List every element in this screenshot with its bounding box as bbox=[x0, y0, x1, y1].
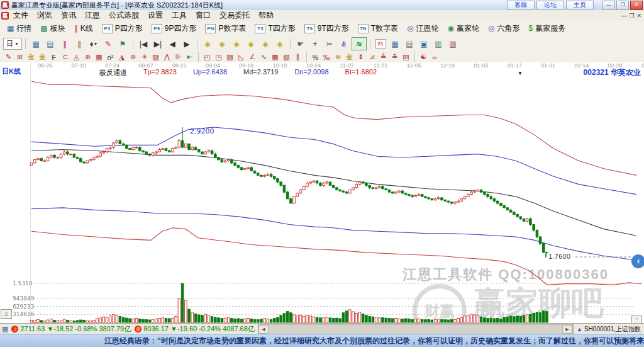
taiji-icon[interactable]: ☯ bbox=[418, 52, 429, 62]
homepage-button[interactable]: 主页 bbox=[566, 1, 594, 9]
p-square-button[interactable]: P3P四方形 bbox=[97, 22, 147, 35]
kline-red-icon[interactable]: ∥ bbox=[58, 38, 72, 50]
save-icon[interactable]: ▣ bbox=[417, 38, 431, 50]
menu-item-文件[interactable]: 文件 bbox=[9, 10, 33, 21]
gann-diamond-3-icon[interactable]: ◈ bbox=[230, 38, 243, 50]
hand-icon[interactable]: ☛ bbox=[294, 38, 308, 50]
menu-item-交易委托[interactable]: 交易委托 bbox=[215, 10, 254, 21]
square-n2-icon[interactable]: n² bbox=[105, 52, 116, 62]
winner-service-button[interactable]: $赢家服务 bbox=[525, 22, 570, 35]
current-index-label[interactable]: ▲ SH000001,上证指数 bbox=[573, 324, 644, 334]
calculator-icon[interactable]: ▦ bbox=[388, 38, 402, 50]
drop-tool-icon[interactable]: ⇟ bbox=[355, 52, 366, 62]
wedge-tool-icon[interactable]: ◺ bbox=[236, 52, 247, 62]
menu-item-浏览[interactable]: 浏览 bbox=[33, 10, 57, 21]
chart-area[interactable]: 江恩工具软件 QQ:100800360 财赢 赢家聊吧 1.5310943849… bbox=[0, 62, 644, 323]
hatch2-tool-icon[interactable]: ▧ bbox=[281, 52, 292, 62]
circle-tool-icon[interactable]: ⊜ bbox=[333, 52, 343, 62]
slash-tool-icon[interactable]: ∥ bbox=[292, 52, 303, 62]
star-tool-icon[interactable]: ✳ bbox=[139, 52, 150, 62]
fork-tool-icon[interactable]: ⋔ bbox=[337, 38, 351, 50]
flag-icon[interactable]: ⚑ bbox=[116, 38, 130, 50]
gann-diamond-2-icon[interactable]: ◈ bbox=[215, 38, 229, 50]
next-bar-icon[interactable]: ▶ bbox=[180, 38, 194, 50]
gold3-tool-icon[interactable]: 金 bbox=[344, 52, 355, 62]
menu-item-江恩[interactable]: 江恩 bbox=[80, 10, 104, 21]
scroll-left-icon[interactable]: ◀ bbox=[258, 325, 269, 334]
gann-diamond-5-icon[interactable]: ◈ bbox=[258, 38, 272, 50]
crosshair-icon[interactable]: + bbox=[308, 38, 322, 50]
notes-icon[interactable]: ▤ bbox=[402, 38, 416, 50]
quotes-button[interactable]: ▦行情 bbox=[3, 22, 36, 35]
fib-tool-icon[interactable]: F bbox=[48, 52, 59, 62]
scroll-track[interactable] bbox=[269, 325, 562, 334]
gold-grid2-icon[interactable]: 金 bbox=[37, 52, 48, 62]
close-button[interactable]: ✕ bbox=[630, 1, 643, 10]
period-day-button[interactable]: 日▼ bbox=[3, 38, 22, 50]
ruler-tool-icon[interactable]: ⊪ bbox=[173, 52, 184, 62]
box-tool-icon[interactable]: ◰ bbox=[202, 52, 213, 62]
last-bar-icon[interactable]: ▶| bbox=[151, 38, 165, 50]
minimize-button[interactable]: — bbox=[602, 1, 615, 10]
wheel-tool-icon[interactable]: ⊛ bbox=[128, 52, 138, 62]
prev-bar-icon[interactable]: ◀ bbox=[165, 38, 179, 50]
line-tool-icon[interactable]: ≋ bbox=[352, 37, 367, 50]
kline-bar-icon[interactable]: ∥ bbox=[72, 38, 86, 50]
p-table-button[interactable]: PNP数字表 bbox=[201, 22, 250, 35]
gann-fan-icon[interactable]: ⊕ bbox=[82, 52, 93, 62]
cone-tool-icon[interactable]: ◮ bbox=[116, 52, 127, 62]
pattern-dropdown-icon[interactable]: ♦▼ bbox=[87, 38, 101, 50]
quote-grid-icon[interactable]: ▦ bbox=[2, 325, 8, 333]
forum-button[interactable]: 论坛 bbox=[536, 1, 564, 9]
grid2-tool-icon[interactable]: ▦ bbox=[270, 52, 280, 62]
percent-tool-icon[interactable]: % bbox=[310, 52, 321, 62]
scissors-icon[interactable]: ✂ bbox=[323, 38, 336, 50]
maximize-button[interactable]: ❐ bbox=[616, 1, 629, 10]
brush-icon[interactable]: ✎ bbox=[101, 38, 115, 50]
menu-item-资讯[interactable]: 资讯 bbox=[57, 10, 80, 21]
sz-index[interactable]: 深8036.17 ▼-19.60 -0.24% 4087.68亿 bbox=[133, 324, 257, 334]
9p-square-button[interactable]: P99P四方形 bbox=[147, 22, 201, 35]
limit-tool-icon[interactable]: ⇤ bbox=[184, 52, 195, 62]
menu-item-窗口[interactable]: 窗口 bbox=[191, 10, 215, 21]
gann-diamond-4-icon[interactable]: ◈ bbox=[244, 38, 258, 50]
kline-button[interactable]: ∥K线 bbox=[70, 22, 97, 35]
gann-diamond-1-icon[interactable]: ◈ bbox=[201, 38, 214, 50]
menu-item-工具[interactable]: 工具 bbox=[167, 10, 191, 21]
customer-service-button[interactable]: 客服 bbox=[507, 1, 535, 9]
remote-icon[interactable]: ▥ bbox=[446, 38, 460, 50]
child-close-button[interactable]: ✕ bbox=[636, 13, 641, 19]
hatch-tool-icon[interactable]: ▨ bbox=[225, 52, 235, 62]
t-square-button[interactable]: T3T四方形 bbox=[250, 22, 299, 35]
grid-tool-icon[interactable]: ⊞ bbox=[14, 52, 25, 62]
gann-diamond-6-icon[interactable]: ◈ bbox=[273, 38, 287, 50]
delta-tool-icon[interactable]: ⊿ bbox=[367, 52, 377, 62]
menu-item-帮助[interactable]: 帮助 bbox=[254, 10, 278, 21]
angle-tool-icon[interactable]: ∠ bbox=[247, 52, 258, 62]
sync-icon[interactable]: ▥ bbox=[431, 38, 445, 50]
triangle-tool-icon[interactable]: ◬ bbox=[71, 52, 82, 62]
sh-index[interactable]: 上2711.63 ▼-18.52 -0.68% 3807.79亿 bbox=[9, 324, 133, 334]
menu-item-设置[interactable]: 设置 bbox=[143, 10, 167, 21]
kline-canvas[interactable]: 1.53109438496292333146162.92001.7600 bbox=[0, 62, 644, 323]
gann-grid-icon[interactable]: ▦ bbox=[94, 52, 104, 62]
shade-tool-icon[interactable]: ▨ bbox=[150, 52, 161, 62]
arc-tool-icon[interactable]: ⊂ bbox=[60, 52, 70, 62]
t-table-button[interactable]: TNT数字表 bbox=[353, 22, 402, 35]
horizontal-scrollbar[interactable]: ◀ ▶ bbox=[258, 324, 573, 334]
infinity-icon[interactable]: ∞ bbox=[430, 52, 440, 62]
scroll-right-icon[interactable]: ▶ bbox=[562, 325, 572, 334]
gann-wheel-button[interactable]: ◎江恩轮 bbox=[402, 22, 443, 35]
hexagon-button[interactable]: ◎六角形 bbox=[484, 22, 524, 35]
gold-grid-icon[interactable]: 金 bbox=[26, 52, 36, 62]
info-icon[interactable]: ▤ bbox=[43, 38, 57, 50]
wave-tool-icon[interactable]: ⋀ bbox=[162, 52, 172, 62]
calendar-icon[interactable]: 21 bbox=[374, 38, 387, 50]
pane-tab-daily-kline[interactable]: 日K线 bbox=[2, 67, 21, 76]
9t-square-button[interactable]: T99T四方形 bbox=[300, 22, 353, 35]
menu-item-公式选股[interactable]: 公式选股 bbox=[104, 10, 143, 21]
fan-tool-icon[interactable]: ◳ bbox=[213, 52, 224, 62]
side-panel-toggle-button[interactable]: ‹ bbox=[631, 254, 644, 268]
approx-tool-icon[interactable]: ≛ bbox=[389, 52, 400, 62]
window-icon[interactable]: ▦ bbox=[29, 38, 43, 50]
